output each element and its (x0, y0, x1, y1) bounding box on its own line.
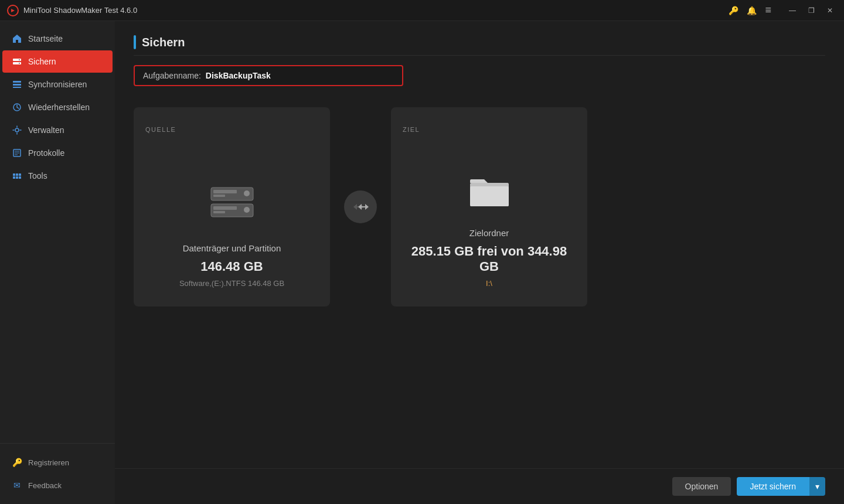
svg-rect-25 (213, 206, 237, 210)
bell-icon[interactable]: 🔔 (747, 6, 757, 15)
sidebar-label-startseite: Startseite (28, 34, 63, 43)
task-name-field[interactable]: Aufgabenname: (134, 65, 403, 86)
restore-icon (12, 102, 22, 113)
backup-button[interactable]: Jetzt sichern (737, 477, 809, 496)
svg-rect-23 (244, 190, 250, 196)
logs-icon (12, 148, 22, 158)
destination-section-label: ZIEL (403, 126, 420, 145)
sidebar-item-sichern[interactable]: Sichern (2, 50, 113, 73)
main-layout: Startseite Sichern (0, 21, 844, 504)
source-type: Datenträger und Partition (179, 243, 284, 253)
forward-arrows-icon (352, 201, 369, 213)
svg-rect-17 (13, 176, 15, 179)
disk-icon (209, 185, 256, 220)
sidebar: Startseite Sichern (0, 21, 115, 504)
page-title: Sichern (142, 36, 185, 49)
svg-rect-5 (13, 81, 21, 83)
restore-button[interactable]: ❐ (804, 4, 818, 18)
svg-point-9 (15, 128, 19, 132)
title-bar: MiniTool ShadowMaker Test 4.6.0 🔑 🔔 ≡ — … (0, 0, 844, 21)
sidebar-item-verwalten[interactable]: Verwalten (2, 119, 113, 141)
svg-rect-30 (470, 186, 509, 206)
sidebar-item-tools[interactable]: Tools (2, 165, 113, 187)
title-bar-icons: 🔑 🔔 ≡ (729, 4, 771, 16)
destination-card[interactable]: ZIEL Zielordner 285.15 GB frei vo (391, 107, 587, 307)
sidebar-nav: Startseite Sichern (0, 21, 115, 443)
svg-rect-21 (213, 190, 237, 193)
sidebar-label-verwalten: Verwalten (28, 125, 64, 135)
sidebar-label-protokolle: Protokolle (28, 148, 64, 158)
page-header: Sichern (134, 35, 825, 56)
sync-icon (12, 79, 22, 90)
bottom-bar: Optionen Jetzt sichern ▾ (115, 468, 844, 504)
window-controls: — ❐ ✕ (785, 4, 837, 18)
sidebar-bottom: 🔑 Registrieren ✉ Feedback (0, 443, 115, 504)
key-icon[interactable]: 🔑 (729, 6, 738, 15)
sidebar-item-feedback[interactable]: ✉ Feedback (2, 474, 113, 496)
mail-feedback-icon: ✉ (12, 480, 22, 491)
arrow-button[interactable] (344, 190, 377, 223)
svg-rect-16 (19, 173, 21, 176)
cards-row: QUELLE (134, 107, 825, 307)
svg-rect-22 (213, 195, 225, 197)
sidebar-item-wiederherstellen[interactable]: Wiederherstellen (2, 96, 113, 118)
svg-rect-26 (213, 211, 225, 213)
svg-rect-27 (244, 207, 250, 213)
app-logo-icon (7, 5, 19, 16)
sidebar-item-protokolle[interactable]: Protokolle (2, 142, 113, 164)
sidebar-label-synchronisieren: Synchronisieren (28, 80, 87, 89)
app-title: MiniTool ShadowMaker Test 4.6.0 (23, 6, 137, 15)
title-bar-right: 🔑 🔔 ≡ — ❐ ✕ (729, 4, 837, 18)
svg-rect-19 (19, 176, 21, 179)
svg-rect-7 (13, 87, 21, 88)
source-text-area: Datenträger und Partition 146.48 GB Soft… (179, 243, 284, 288)
home-icon (12, 33, 22, 44)
svg-rect-6 (13, 84, 21, 86)
destination-size: 285.15 GB frei von 344.98 GB (403, 244, 576, 274)
sidebar-item-startseite[interactable]: Startseite (2, 28, 113, 50)
backup-button-group: Jetzt sichern ▾ (737, 477, 825, 496)
task-name-label: Aufgabenname: (143, 71, 201, 80)
folder-icon (469, 175, 510, 209)
svg-rect-18 (16, 176, 18, 179)
source-section-label: QUELLE (145, 126, 176, 145)
source-size: 146.48 GB (179, 259, 284, 274)
title-bar-left: MiniTool ShadowMaker Test 4.6.0 (7, 5, 137, 16)
backup-icon (12, 56, 22, 67)
backup-dropdown-button[interactable]: ▾ (809, 477, 825, 496)
destination-type: Zielordner (403, 228, 576, 238)
source-icon-area (145, 172, 318, 234)
svg-rect-15 (16, 173, 18, 176)
manage-icon (12, 125, 22, 135)
sidebar-label-sichern: Sichern (28, 57, 56, 66)
source-detail: Software,(E:).NTFS 146.48 GB (179, 279, 284, 288)
tools-icon (12, 171, 22, 181)
sidebar-label-registrieren: Registrieren (28, 458, 69, 467)
task-name-input[interactable] (206, 71, 394, 80)
destination-icon-area (403, 165, 576, 219)
svg-rect-3 (19, 60, 20, 60)
minimize-button[interactable]: — (785, 4, 799, 18)
sidebar-label-wiederherstellen: Wiederherstellen (28, 103, 90, 112)
sidebar-item-synchronisieren[interactable]: Synchronisieren (2, 73, 113, 96)
sidebar-item-registrieren[interactable]: 🔑 Registrieren (2, 451, 113, 474)
source-card[interactable]: QUELLE (134, 107, 330, 307)
sidebar-label-feedback: Feedback (28, 481, 62, 490)
header-accent (134, 35, 136, 49)
svg-rect-14 (13, 173, 15, 176)
destination-detail: I:\ (403, 279, 576, 288)
content-area: Sichern Aufgabenname: QUELLE (115, 21, 844, 468)
menu-icon[interactable]: ≡ (765, 4, 771, 16)
key-register-icon: 🔑 (12, 457, 22, 468)
options-button[interactable]: Optionen (672, 477, 731, 496)
close-button[interactable]: ✕ (823, 4, 837, 18)
sidebar-label-tools: Tools (28, 171, 47, 181)
svg-rect-4 (19, 63, 20, 64)
destination-text-area: Zielordner 285.15 GB frei von 344.98 GB … (403, 228, 576, 288)
